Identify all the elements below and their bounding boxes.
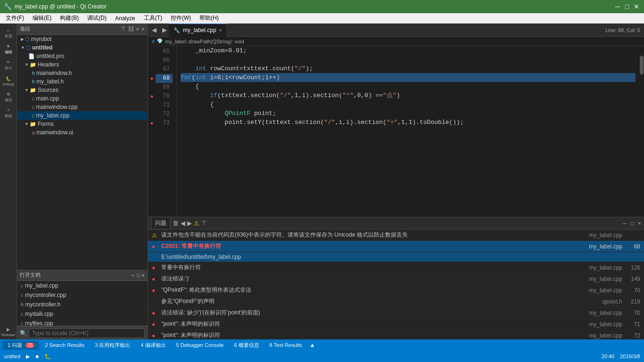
tree-item-mainwindow-ui[interactable]: u mainwindow.ui [17, 128, 148, 137]
status-build-icon[interactable]: ▶ [26, 354, 30, 360]
problems-collapse[interactable]: ─ [623, 220, 627, 227]
menu-tools[interactable]: 工具(T) [140, 13, 166, 23]
breadcrumb-icon: 💎 [157, 38, 163, 44]
open-doc-label: myfiles.cpp [25, 320, 53, 327]
folder-icon: 📁 [30, 62, 36, 68]
problem-row-c2065-2[interactable]: ● "point": 未声明的标识符 my_label.cpp 72 [148, 330, 644, 339]
filetree-link-icon[interactable]: ⛓ [128, 25, 134, 33]
cpp-file-icon: c [21, 321, 23, 326]
problems-warning-icon[interactable]: ⚠ [194, 220, 199, 227]
problems-tab[interactable]: 问题 [151, 217, 171, 230]
problem-row-c2001-2[interactable]: ● 常量中有换行符 my_label.cpp 126 [148, 262, 644, 273]
problems-next-icon[interactable]: ▶ [187, 220, 192, 227]
sidebar-icon-release[interactable]: ▶ Release [1, 324, 16, 339]
status-debug-icon[interactable]: 🐛 [44, 354, 51, 360]
problems-maximize[interactable]: □ [631, 220, 634, 227]
menu-debug[interactable]: 调试(D) [83, 13, 110, 23]
menu-edit[interactable]: 编辑(E) [29, 13, 55, 23]
problem-row-c2001-1[interactable]: ● C2001: 常量中有换行符 my_label.cpp 68 [148, 241, 644, 252]
tree-item-untitled-pro[interactable]: 📄 untitled.pro [17, 52, 148, 60]
open-docs-expand[interactable]: □ [137, 272, 140, 278]
menu-analyze[interactable]: Analyze [111, 14, 139, 23]
close-button[interactable]: ✕ [633, 3, 640, 10]
search-bar: 🔍 [17, 326, 148, 339]
problems-toolbar: 🗑 ◀ ▶ ⚠ ⊤ [173, 220, 206, 227]
filetree-add-icon[interactable]: + [136, 25, 140, 33]
problems-tabs: 问题 🗑 ◀ ▶ ⚠ ⊤ ─ □ × [148, 217, 644, 230]
problems-filter-icon[interactable]: ⊤ [201, 220, 206, 227]
menu-controls[interactable]: 控件(W) [167, 13, 195, 23]
code-content[interactable]: _minZoom=0.01; int rowCount=txttext.coun… [177, 46, 639, 217]
tree-item-label: mainwindow.cpp [36, 104, 78, 110]
editor-tab-my-label-cpp[interactable]: 🔧 my_label.cpp × [169, 24, 227, 37]
tree-item-my-label-h[interactable]: h my_label.h [17, 77, 148, 86]
problem-row-c4819[interactable]: ⚠ 该文件包含不能在当前代码页(936)中表示的字符。请将该文件保存为 Unic… [148, 230, 644, 241]
menu-file[interactable]: 文件(F) [2, 13, 28, 23]
bottom-tab-problems[interactable]: 1 问题 35 [3, 341, 39, 350]
problem-text: "QPointF": 将此类型用作表达式非法 [161, 286, 575, 294]
header-file-icon: h [21, 302, 24, 307]
open-docs-minimize[interactable]: ─ [131, 272, 135, 278]
problems-panel: 问题 🗑 ◀ ▶ ⚠ ⊤ ─ □ × ⚠ 该文件包含不能在当前代码页(93 [148, 217, 644, 339]
search-input[interactable] [29, 329, 145, 338]
minimize-button[interactable]: ─ [614, 3, 621, 10]
maximize-button[interactable]: □ [623, 3, 631, 10]
header-icon: h [32, 70, 35, 76]
tree-item-headers[interactable]: ▼ 📁 Headers [17, 60, 148, 69]
bottom-tab-compile[interactable]: 4 编译输出 [136, 341, 170, 350]
sidebar-icon-help[interactable]: ? 帮助 [1, 106, 16, 121]
tree-item-forms[interactable]: ▼ 📁 Forms [17, 120, 148, 128]
bottom-tab-debugger[interactable]: 5 Debugger Console [172, 341, 229, 349]
ln-71: 71 [156, 101, 173, 110]
menu-build[interactable]: 构建(B) [56, 13, 83, 23]
gutter-69 [148, 83, 156, 92]
tree-item-sources[interactable]: ▼ 📁 Sources [17, 86, 148, 94]
tree-item-label: my_label.h [36, 78, 64, 85]
bottom-tab-summary[interactable]: 6 概要信息 [229, 341, 264, 350]
sidebar-icon-edit[interactable]: ≡ 编辑 [1, 41, 16, 57]
open-doc-mydaili-cpp[interactable]: c mydaili.cpp [17, 309, 148, 319]
open-docs-close[interactable]: × [142, 272, 145, 278]
sidebar-icon-welcome[interactable]: ⌂ 欢迎 [1, 25, 16, 41]
open-doc-my-label-cpp[interactable]: c my_label.cpp [17, 281, 148, 290]
tree-item-untitled[interactable]: ▼ ⬡ untitled [17, 43, 148, 52]
bottom-tab-app-output[interactable]: 3 应用程序输出 [90, 341, 135, 350]
sidebar-icon-projects[interactable]: ⚙ 项目 [1, 90, 16, 105]
menu-help[interactable]: 帮助(H) [196, 13, 223, 23]
tab-forward[interactable]: ▶ [160, 26, 169, 33]
bottom-tab-search[interactable]: 2 Search Results [40, 341, 89, 349]
problem-row-c2065-1[interactable]: ● "point": 未声明的标识符 my_label.cpp 71 [148, 319, 644, 330]
tab-close-button[interactable]: × [219, 27, 222, 33]
tree-item-myrobot[interactable]: ▶ ⬡ myrobot [17, 35, 148, 43]
problem-row-path[interactable]: E:\untitled\untitled\my_label.cpp [148, 252, 644, 262]
cpp-file-icon: c [21, 312, 23, 317]
tabs-expand-icon[interactable]: ▲ [310, 342, 315, 348]
filetree-filter-icon[interactable]: ⊤ [121, 25, 126, 33]
tab-back[interactable]: ◀ [148, 26, 160, 33]
sidebar-icon-debug[interactable]: 🐛 Debug [1, 74, 16, 89]
welcome-icon: ⌂ [7, 28, 9, 33]
problem-row-c2059-1[interactable]: ● 语法错误:')' my_label.cpp 149 [148, 273, 644, 285]
tree-item-mainwindow-h[interactable]: h mainwindow.h [17, 69, 148, 77]
bottom-tab-test[interactable]: 8 Test Results [265, 341, 307, 349]
problem-row-qpointf-ref[interactable]: 参见"QPointF"的声明 qpoint.h 219 [148, 296, 644, 307]
problem-row-c2275[interactable]: ● "QPointF": 将此类型用作表达式非法 my_label.cpp 70 [148, 285, 644, 296]
cpp-icon: c [32, 96, 35, 101]
editor-scrollbar[interactable] [639, 46, 644, 217]
tree-item-mainwindow-cpp[interactable]: c mainwindow.cpp [17, 103, 148, 111]
open-docs-header: 打开文档 ─ □ × [17, 270, 148, 281]
code-line-73: point.setY(txttext.section("/",i,i).sect… [181, 118, 636, 127]
code-editor[interactable]: ● ● ● 65 66 67 68 69 70 71 72 73 [148, 46, 644, 217]
problems-close[interactable]: × [638, 220, 641, 227]
status-stop-icon[interactable]: ■ [35, 354, 39, 359]
filetree-close-icon[interactable]: × [141, 25, 145, 33]
tree-item-my-label-cpp[interactable]: c my_label.cpp [17, 111, 148, 120]
problems-clear-icon[interactable]: 🗑 [173, 220, 179, 227]
open-doc-mycontroller-h[interactable]: h mycontroller.h [17, 300, 148, 309]
tree-item-main-cpp[interactable]: c main.cpp [17, 94, 148, 103]
problem-row-c2146[interactable]: ● 语法错误: 缺少')'(在标识符'point'的前面) my_label.c… [148, 307, 644, 319]
open-doc-mycontroller-cpp[interactable]: c mycontroller.cpp [17, 290, 148, 300]
problem-text: "point": 未声明的标识符 [161, 331, 575, 339]
problems-prev-icon[interactable]: ◀ [181, 220, 185, 227]
sidebar-icon-design[interactable]: ✏ 设计 [1, 58, 16, 73]
